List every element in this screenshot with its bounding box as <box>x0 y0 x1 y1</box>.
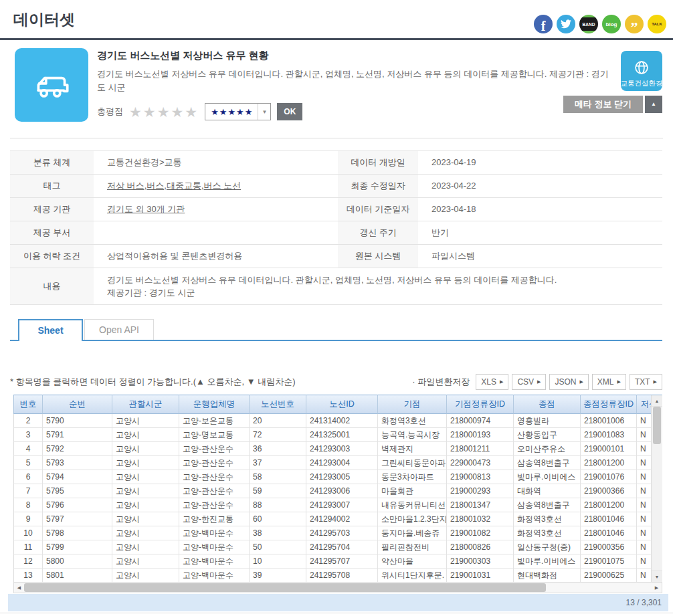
table-cell: 241314002 <box>306 414 378 428</box>
table-cell: 218001200 <box>581 456 637 470</box>
meta-content-line: 경기도 버스노선별 저상버스 유무 데이터입니다. 관할시군, 업체명, 노선명… <box>107 274 557 287</box>
table-cell: 59 <box>250 484 306 498</box>
column-header[interactable]: 종점정류장ID <box>581 395 637 414</box>
provider-link[interactable]: 경기도 외 30개 기관 <box>107 203 185 216</box>
rating-row: 총평점 ★★★★★ ★★★★★ ▼ OK <box>97 103 611 120</box>
table-cell: 소만마을1.2.3단지 <box>378 512 447 526</box>
table-cell: 고양-관산운수 <box>179 484 250 498</box>
column-header[interactable]: 기점정류장ID <box>447 395 514 414</box>
table-cell: 고양-백마운수 <box>179 554 250 569</box>
table-cell: 9 <box>13 512 43 526</box>
export-txt-button[interactable]: TXT▶ <box>630 374 662 390</box>
scroll-right-icon[interactable]: ▶ <box>652 583 662 593</box>
tag-link[interactable]: 버스 노선 <box>204 179 242 193</box>
metadata-table: 분류 체계교통건설환경>교통데이터 개방일2023-04-19태그저상 버스, … <box>10 150 662 305</box>
kakaostory-icon[interactable]: ” <box>625 15 644 33</box>
scroll-left-icon[interactable]: ◀ <box>14 583 24 593</box>
column-header[interactable]: 순번 <box>43 395 112 414</box>
table-cell: 고양-백마운수 <box>179 569 250 583</box>
table-cell: 고양시 <box>112 470 179 484</box>
column-header[interactable]: 번호 <box>13 395 43 414</box>
collapse-up-icon[interactable]: ▲ <box>645 96 662 113</box>
table-cell: 219001076 <box>581 470 637 484</box>
export-xml-button[interactable]: XML▶ <box>592 374 626 390</box>
export-group: · 파일변환저장 XLS▶CSV▶JSON▶XML▶TXT▶ <box>412 374 662 390</box>
meta-row: 제공 기관경기도 외 30개 기관데이터 기준일자2023-04-18 <box>10 198 662 221</box>
rating-ok-button[interactable]: OK <box>277 103 302 120</box>
facebook-icon[interactable]: f <box>534 15 553 33</box>
table-cell: 219001083 <box>581 428 637 442</box>
export-csv-button[interactable]: CSV▶ <box>512 374 546 390</box>
meta-value <box>94 221 338 244</box>
table-cell: 대화역 <box>514 484 581 498</box>
table-cell: 241293005 <box>306 470 378 484</box>
kakaostory-glyph: ” <box>631 19 638 33</box>
column-header[interactable]: 기점 <box>378 395 447 414</box>
table-row: 65794고양시고양-관산운수58241293005동문3차아파트2190008… <box>13 470 662 484</box>
tag-link[interactable]: 버스 <box>147 179 164 193</box>
dataset-description: 경기도 버스노선별 저상버스 유무 데이터입니다. 관할시군, 업체명, 노선명… <box>97 68 611 94</box>
social-share-bar: fBANDblog”TALK <box>534 15 666 33</box>
chevron-down-icon[interactable]: ▼ <box>258 104 270 120</box>
bus-thumbnail-icon <box>15 48 88 122</box>
table-cell: 36 <box>250 442 306 456</box>
naver-blog-icon[interactable]: blog <box>602 15 621 33</box>
table-cell: 고양-명보교통 <box>179 428 250 442</box>
scroll-up-icon[interactable]: ▲ <box>652 395 662 407</box>
rating-stars-display: ★★★★★ <box>129 105 199 119</box>
tag-link[interactable]: 저상 버스 <box>107 179 145 193</box>
meta-content-row: 내용경기도 버스노선별 저상버스 유무 데이터입니다. 관할시군, 업체명, 노… <box>10 268 662 305</box>
export-format-label: XML <box>597 377 614 387</box>
table-cell: 오미산주유소 <box>514 442 581 456</box>
tab-open-api[interactable]: Open API <box>84 319 154 340</box>
tab-sheet[interactable]: Sheet <box>18 319 83 341</box>
vertical-scroll-thumb[interactable] <box>653 407 661 444</box>
table-cell: 내유동커뮤니티선 <box>378 498 447 512</box>
meta-row: 분류 체계교통건설환경>교통데이터 개방일2023-04-19 <box>10 151 662 175</box>
horizontal-scroll-thumb[interactable] <box>24 583 546 592</box>
table-cell: 12 <box>13 554 43 569</box>
column-header[interactable]: 노선ID <box>306 395 378 414</box>
table-cell: 고양시 <box>112 498 179 512</box>
scroll-down-icon[interactable]: ▼ <box>652 571 662 582</box>
export-arrow-icon: ▶ <box>654 379 657 385</box>
row-count: 13 / 3,301 <box>626 598 662 607</box>
table-cell: 218000974 <box>447 414 514 428</box>
column-header[interactable]: 종점 <box>514 395 581 414</box>
export-format-label: CSV <box>517 377 534 387</box>
column-header[interactable]: 노선번호 <box>250 395 306 414</box>
vertical-scrollbar[interactable]: ▲ ▼ <box>651 395 662 582</box>
tag-link[interactable]: 대중교통 <box>167 179 201 193</box>
table-cell: 5795 <box>43 484 112 498</box>
meta-close-button[interactable]: 메타 정보 닫기 <box>563 96 643 113</box>
meta-row: 이용 허락 조건상업적이용허용 및 콘텐츠변경허용원본 시스템파일시스템 <box>10 245 662 268</box>
table-cell: 219000356 <box>581 540 637 554</box>
table-cell: 고양시 <box>112 540 179 554</box>
export-xls-button[interactable]: XLS▶ <box>476 374 508 390</box>
table-cell: 산황동입구 <box>514 428 581 442</box>
band-icon[interactable]: BAND <box>579 15 598 33</box>
table-cell: 241293006 <box>306 484 378 498</box>
column-header[interactable]: 관할시군 <box>112 395 179 414</box>
table-cell: 고양시 <box>112 442 179 456</box>
kakaotalk-icon[interactable]: TALK <box>648 15 666 33</box>
export-arrow-icon: ▶ <box>500 379 503 385</box>
meta-label: 태그 <box>10 175 94 197</box>
table-cell: 50 <box>250 540 306 554</box>
table-cell: 6 <box>13 470 43 484</box>
table-cell: 88 <box>250 498 306 512</box>
meta-value: 2023-04-18 <box>418 198 662 221</box>
table-cell: 10 <box>250 554 306 569</box>
table-cell: 241293003 <box>306 442 378 456</box>
meta-label: 데이터 기준일자 <box>338 198 418 221</box>
column-header[interactable]: 운행업체명 <box>179 395 250 414</box>
twitter-icon[interactable] <box>557 15 575 33</box>
table-cell: 고양-한진교통 <box>179 512 250 526</box>
rating-select[interactable]: ★★★★★ ▼ <box>205 103 271 120</box>
globe-icon <box>632 59 651 78</box>
export-json-button[interactable]: JSON▶ <box>549 374 588 390</box>
table-cell: 20 <box>250 414 306 428</box>
meta-label: 제공 기관 <box>10 198 94 221</box>
pagination-bar: 13 / 3,301 <box>8 594 668 611</box>
horizontal-scrollbar[interactable]: ◀ ▶ <box>13 582 662 593</box>
